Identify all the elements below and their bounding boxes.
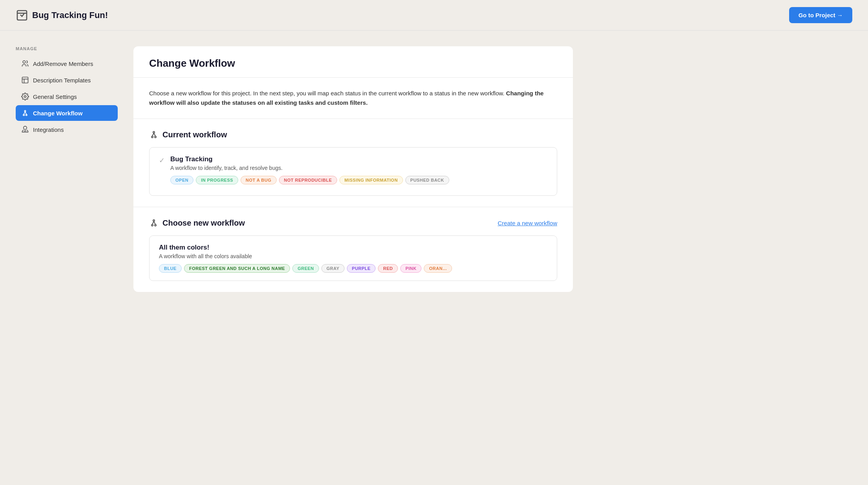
tag-gray: GRAY <box>321 264 345 273</box>
svg-point-2 <box>23 61 26 64</box>
current-workflow-card: ✓ Bug Tracking A workflow to identify, t… <box>149 147 557 196</box>
svg-point-18 <box>155 224 156 226</box>
template-icon <box>21 76 29 84</box>
sidebar-item-integrations[interactable]: Integrations <box>16 122 118 137</box>
go-to-project-button[interactable]: Go to Project → <box>789 7 852 23</box>
current-workflow-card-header: ✓ Bug Tracking A workflow to identify, t… <box>159 155 547 184</box>
current-workflow-section: Current workflow ✓ Bug Tracking A workfl… <box>133 119 573 207</box>
sidebar-item-general-settings[interactable]: General Settings <box>16 89 118 104</box>
main-content: Change Workflow Choose a new workflow fo… <box>133 46 573 292</box>
svg-rect-3 <box>22 77 28 83</box>
tag-purple: PURPLE <box>347 264 376 273</box>
tag-missing-information: MISSING INFORMATION <box>339 176 403 184</box>
gear-icon <box>21 93 29 100</box>
page-title: Change Workflow <box>149 57 557 69</box>
choose-workflow-name: All them colors! <box>159 244 547 252</box>
checklist-icon <box>16 9 28 22</box>
choose-workflow-card-body: All them colors! A workflow with all the… <box>159 244 547 273</box>
sidebar-label-description-templates: Description Templates <box>33 77 91 84</box>
sidebar-label-add-remove-members: Add/Remove Members <box>33 60 93 67</box>
svg-point-8 <box>26 114 27 115</box>
svg-point-13 <box>155 136 156 138</box>
svg-line-11 <box>25 112 26 115</box>
sidebar-label-integrations: Integrations <box>33 126 64 133</box>
sidebar-label-general-settings: General Settings <box>33 93 77 100</box>
current-workflow-tags: OPEN IN PROGRESS NOT A BUG NOT REPRODUCI… <box>170 176 449 184</box>
svg-line-10 <box>24 112 25 115</box>
choose-workflow-title-group: Choose new workflow <box>149 218 245 228</box>
app-title: Bug Tracking Fun! <box>32 10 108 20</box>
current-workflow-title-row: Current workflow <box>149 130 557 139</box>
tag-not-reproducible: NOT REPRODUCIBLE <box>279 176 337 184</box>
main-layout: MANAGE Add/Remove Members Description Te… <box>0 31 589 308</box>
choose-workflow-title: Choose new workflow <box>162 219 245 228</box>
tag-orange: ORAN… <box>424 264 452 273</box>
page-header: Change Workflow <box>133 46 573 78</box>
choose-workflow-desc: A workflow with all the colors available <box>159 253 547 259</box>
svg-line-16 <box>154 133 155 136</box>
svg-line-20 <box>152 221 154 224</box>
description-normal: Choose a new workflow for this project. … <box>149 90 504 97</box>
choose-workflow-icon <box>149 218 159 228</box>
svg-point-9 <box>24 110 26 111</box>
tag-blue: BLUE <box>159 264 182 273</box>
check-icon: ✓ <box>159 156 165 165</box>
svg-line-21 <box>154 221 155 224</box>
tag-red: RED <box>378 264 398 273</box>
description-text: Choose a new workflow for this project. … <box>149 89 557 108</box>
choose-workflow-tags: BLUE FOREST GREEN AND SUCH A LONG NAME G… <box>159 264 547 273</box>
sidebar-item-description-templates[interactable]: Description Templates <box>16 72 118 88</box>
sidebar-item-add-remove-members[interactable]: Add/Remove Members <box>16 56 118 71</box>
header: Bug Tracking Fun! Go to Project → <box>0 0 868 31</box>
tag-forest-green: FOREST GREEN AND SUCH A LONG NAME <box>184 264 290 273</box>
sidebar: MANAGE Add/Remove Members Description Te… <box>16 46 118 292</box>
svg-point-14 <box>153 131 155 133</box>
tag-pink: PINK <box>400 264 421 273</box>
integrations-icon <box>21 126 29 133</box>
current-workflow-icon <box>149 130 159 139</box>
workflow-icon <box>21 109 29 117</box>
create-new-workflow-link[interactable]: Create a new workflow <box>498 220 557 226</box>
tag-not-a-bug: NOT A BUG <box>241 176 276 184</box>
people-icon <box>21 60 29 67</box>
sidebar-label-change-workflow: Change Workflow <box>33 110 82 117</box>
svg-point-12 <box>151 136 153 138</box>
sidebar-section-label: MANAGE <box>16 46 118 51</box>
choose-workflow-section: Choose new workflow Create a new workflo… <box>133 207 573 292</box>
current-workflow-name: Bug Tracking <box>170 155 449 163</box>
svg-point-7 <box>23 114 24 115</box>
current-workflow-title: Current workflow <box>162 130 227 139</box>
current-workflow-card-body: Bug Tracking A workflow to identify, tra… <box>170 155 449 184</box>
svg-point-19 <box>153 220 155 221</box>
tag-in-progress: IN PROGRESS <box>196 176 238 184</box>
current-workflow-desc: A workflow to identify, track, and resol… <box>170 165 449 171</box>
description-section: Choose a new workflow for this project. … <box>133 78 573 119</box>
svg-point-6 <box>24 96 26 98</box>
tag-green: GREEN <box>292 264 319 273</box>
sidebar-item-change-workflow[interactable]: Change Workflow <box>16 105 118 121</box>
svg-rect-0 <box>17 11 27 20</box>
tag-open: OPEN <box>170 176 193 184</box>
choose-workflow-card[interactable]: All them colors! A workflow with all the… <box>149 235 557 281</box>
choose-workflow-title-row: Choose new workflow Create a new workflo… <box>149 218 557 228</box>
tag-pushed-back: PUSHED BACK <box>405 176 449 184</box>
svg-point-17 <box>151 224 153 226</box>
svg-line-15 <box>152 133 154 136</box>
header-left: Bug Tracking Fun! <box>16 9 108 22</box>
